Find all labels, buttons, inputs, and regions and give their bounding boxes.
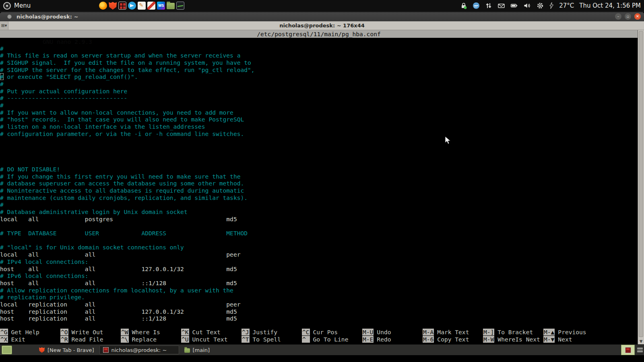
red-swoosh-app-icon[interactable]	[147, 2, 155, 10]
shortcut-key: M-E	[362, 336, 374, 343]
clock[interactable]: Thu Oct 24, 1:56 PM	[579, 2, 641, 9]
show-desktop-button[interactable]	[2, 346, 12, 354]
nano-shortcut: ^JJustify	[242, 329, 302, 336]
brave-icon[interactable]	[109, 2, 117, 10]
nano-shortcut: M-ERedo	[362, 336, 423, 343]
file-line: # IPv4 local connections:	[0, 258, 638, 265]
taskbar-items: [New Tab - Brave]nicholas@prodesk: ~[mai…	[35, 345, 213, 355]
menu-button[interactable]: Menu	[0, 0, 35, 11]
nano-shortcut: ^CCur Pos	[302, 329, 362, 336]
shortcut-key: M-U	[362, 329, 374, 335]
nano-shortcut: ^TTo Spell	[242, 336, 302, 343]
nano-shortcut: M-UUndo	[362, 329, 423, 336]
taskbar-terminal-indicator[interactable]	[621, 345, 635, 355]
scrollbar-down-arrow-icon[interactable]: ▼	[638, 338, 644, 344]
mouse-cursor	[445, 136, 451, 145]
webstorm-icon[interactable]	[157, 2, 165, 10]
taskbar-item[interactable]: [New Tab - Brave]	[35, 346, 98, 354]
shortcut-key: ^T	[242, 336, 250, 343]
file-line: # SIGHUP the server for the changes to t…	[0, 66, 638, 74]
window-icon	[7, 14, 12, 19]
nano-shortcut: M-▼Next	[543, 336, 604, 343]
shortcut-key: M-▼	[543, 336, 555, 343]
taskbar-item[interactable]: nicholas@prodesk: ~	[99, 346, 179, 354]
brave-icon	[39, 347, 45, 353]
file-line: host all all ::1/128 md5	[0, 280, 638, 287]
shortcut-key: ^R	[60, 336, 68, 343]
shortcut-key: ^W	[121, 329, 129, 335]
panel-corner-icon[interactable]	[637, 346, 643, 354]
telegram-icon[interactable]	[128, 2, 136, 10]
taskbar-item-label: nicholas@prodesk: ~	[111, 347, 167, 353]
file-line: # If you change this first entry you wil…	[0, 173, 638, 180]
shortcut-key: ^X	[0, 336, 8, 343]
file-line: # Noninteractive access to all databases…	[0, 187, 638, 194]
software-updater-icon[interactable]	[473, 2, 480, 9]
file-line: #	[0, 201, 638, 208]
mail-icon[interactable]	[497, 2, 505, 9]
window-titlebar[interactable]: nicholas@prodesk: ~ – ▫ ✕	[0, 12, 644, 21]
shortcut-label: WhereIs Next	[497, 336, 540, 343]
terminal: GNU nano 2.9.3 /etc/postgresql/11/main/p…	[0, 30, 644, 344]
taskbar: [New Tab - Brave]nicholas@prodesk: ~[mai…	[0, 344, 644, 355]
shortcut-label: Mark Text	[437, 329, 469, 335]
shortcut-key: ^_	[302, 336, 310, 343]
shortcut-label: Exit	[11, 336, 25, 343]
shortcut-label: Read File	[72, 336, 103, 343]
minimize-button[interactable]: –	[615, 13, 621, 20]
shortcut-key: ^\	[121, 336, 129, 343]
folder-icon	[184, 348, 190, 353]
terminal-content[interactable]: GNU nano 2.9.3 /etc/postgresql/11/main/p…	[0, 30, 638, 344]
desktop: Menu	[0, 0, 644, 362]
volume-icon[interactable]	[523, 2, 531, 9]
system-tray: 27°C Thu Oct 24, 1:56 PM	[460, 2, 644, 9]
shortcut-key: ^K	[181, 329, 189, 335]
file-line: #	[0, 80, 638, 88]
file-line: local all all peer	[0, 251, 638, 258]
file-line	[0, 152, 638, 159]
red-grid-app-icon[interactable]	[118, 2, 126, 10]
text-editor-icon[interactable]	[138, 2, 146, 10]
close-button[interactable]: ✕	[634, 13, 641, 20]
file-line: # replication privilege.	[0, 294, 638, 301]
file-line: # maintenance (custom daily cronjobs, re…	[0, 194, 638, 202]
weather-bolt-icon[interactable]	[549, 2, 554, 9]
file-line	[0, 137, 638, 144]
scrollbar-thumb[interactable]	[639, 31, 643, 337]
nano-shortcut: ^KCut Text	[181, 329, 242, 336]
battery-icon[interactable]	[510, 2, 518, 9]
keyring-lock-icon[interactable]	[460, 2, 467, 9]
file-line	[0, 38, 638, 45]
network-traffic-icon[interactable]	[485, 2, 492, 9]
terminal-tab-title[interactable]: nicholas@prodesk: ~ 176x44	[0, 23, 644, 29]
file-line: # TYPE DATABASE USER ADDRESS METHOD	[0, 230, 638, 237]
shortcut-key: ^C	[302, 329, 310, 335]
shortcut-label: Cur Pos	[313, 329, 338, 335]
settings-gear-icon[interactable]	[537, 2, 544, 9]
shortcut-label: Go To Line	[313, 336, 349, 343]
system-monitor-icon[interactable]	[176, 2, 184, 10]
shortcut-label: Cut Text	[192, 329, 221, 335]
terminal-lines: ## This file is read on server startup a…	[0, 38, 638, 322]
file-manager-icon[interactable]	[167, 3, 175, 9]
file-line	[0, 237, 638, 244]
mate-menu-logo-icon	[3, 2, 11, 10]
shortcut-key: M-6	[423, 336, 434, 343]
shortcut-label: Uncut Text	[192, 336, 228, 343]
firefox-icon[interactable]	[99, 2, 107, 10]
launcher-icons	[99, 2, 184, 10]
temperature-readout[interactable]: 27°C	[559, 2, 574, 9]
file-line: # or execute "SELECT pg_reload_conf()".	[0, 73, 638, 80]
file-line: # Database administrative login by Unix …	[0, 208, 638, 216]
file-line: # listen on a non-local interface via th…	[0, 123, 638, 130]
shortcut-key: ^O	[60, 329, 68, 335]
nano-shortcut: ^XExit	[0, 336, 60, 343]
terminal-scrollbar[interactable]: ▼	[638, 30, 644, 344]
taskbar-item[interactable]: [main]	[181, 346, 214, 354]
shortcut-label: Redo	[377, 336, 391, 343]
nano-version-label: GNU nano 2.9.3	[35, 38, 92, 45]
top-panel: Menu	[0, 0, 644, 12]
maximize-button[interactable]: ▫	[625, 13, 631, 20]
shortcut-key: M-▲	[543, 329, 555, 335]
shortcut-label: Previous	[558, 329, 586, 335]
